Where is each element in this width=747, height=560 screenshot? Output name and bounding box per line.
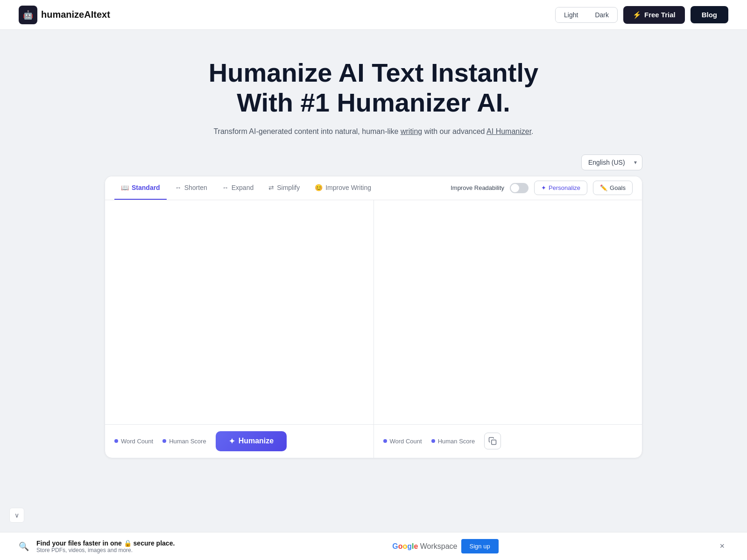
dark-theme-button[interactable]: Dark: [586, 7, 617, 22]
input-textarea[interactable]: [116, 211, 362, 413]
ad-search-icon: 🔍: [19, 541, 29, 552]
writing-link[interactable]: writing: [401, 127, 422, 135]
improve-writing-icon: 😊: [315, 184, 323, 191]
language-selector[interactable]: English (US) English (UK) Spanish French…: [581, 154, 642, 170]
humanize-button[interactable]: ✦ Humanize: [216, 431, 287, 451]
svg-rect-0: [492, 440, 496, 445]
output-human-score-dot: [431, 439, 435, 443]
input-human-score: Human Score: [162, 438, 206, 445]
lightning-icon: ⚡: [633, 11, 641, 19]
output-footer: Word Count Human Score: [374, 425, 642, 458]
shorten-icon: ↔: [175, 184, 182, 191]
hero-subtitle: Transform AI-generated content into natu…: [105, 127, 642, 136]
header: 🤖 humanizeAItext Light Dark ⚡ Free Trial…: [0, 0, 747, 30]
free-trial-button[interactable]: ⚡ Free Trial: [623, 6, 685, 24]
hero-section: Humanize AI Text Instantly With #1 Human…: [105, 58, 642, 136]
input-footer: Word Count Human Score ✦ Humanize: [105, 425, 374, 458]
ad-signup-button[interactable]: Sign up: [461, 539, 499, 553]
readability-toggle[interactable]: [510, 183, 529, 193]
output-pane: [374, 200, 642, 424]
scroll-chevron[interactable]: ∨: [9, 508, 24, 523]
output-stats: Word Count Human Score: [383, 438, 475, 445]
language-selector-wrap: English (US) English (UK) Spanish French…: [105, 154, 642, 170]
hero-title: Humanize AI Text Instantly With #1 Human…: [105, 58, 642, 118]
readability-label: Improve Readability: [451, 184, 504, 191]
input-word-count: Word Count: [114, 438, 153, 445]
human-score-dot: [162, 439, 166, 443]
input-pane: [105, 200, 374, 424]
personalize-icon: ✦: [541, 184, 546, 191]
google-logo: Google Workspace: [392, 542, 457, 551]
editor-tabs: 📖 Standard ↔ Shorten ↔ Expand ⇄ Simplify…: [105, 176, 642, 200]
goals-icon: ✏️: [600, 184, 607, 191]
word-count-dot: [114, 439, 118, 443]
tab-standard[interactable]: 📖 Standard: [114, 176, 167, 200]
output-word-count-dot: [383, 439, 387, 443]
simplify-icon: ⇄: [268, 184, 274, 191]
pane-footer: Word Count Human Score ✦ Humanize: [105, 424, 642, 458]
language-select-wrapper: English (US) English (UK) Spanish French…: [581, 154, 642, 170]
ad-close-button[interactable]: ×: [716, 539, 728, 553]
expand-icon: ↔: [222, 184, 229, 191]
logo-text: humanizeAItext: [41, 9, 110, 20]
theme-toggle: Light Dark: [555, 7, 618, 23]
input-stats: Word Count Human Score: [114, 438, 206, 445]
copy-button[interactable]: [484, 433, 501, 449]
humanize-icon: ✦: [229, 437, 235, 446]
ai-humanizer-link[interactable]: AI Humanizer: [486, 127, 531, 135]
output-word-count: Word Count: [383, 438, 422, 445]
copy-icon: [488, 437, 497, 445]
personalize-button[interactable]: ✦ Personalize: [534, 181, 587, 195]
ad-text-block: Find your files faster in one 🔒 secure p…: [36, 539, 175, 553]
chevron-down-icon: ∨: [14, 511, 19, 519]
tab-improve-writing[interactable]: 😊 Improve Writing: [308, 176, 378, 200]
ad-banner: 🔍 Find your files faster in one 🔒 secure…: [0, 532, 747, 560]
main-content: Humanize AI Text Instantly With #1 Human…: [93, 30, 654, 469]
output-textarea[interactable]: [385, 211, 631, 413]
ad-content: 🔍 Find your files faster in one 🔒 secure…: [19, 539, 175, 553]
ad-google-section: Google Workspace Sign up: [392, 539, 498, 553]
blog-button[interactable]: Blog: [691, 6, 728, 23]
logo-icon: 🤖: [19, 6, 37, 24]
logo-area: 🤖 humanizeAItext: [19, 6, 110, 24]
ad-subtitle: Store PDFs, videos, images and more.: [36, 547, 175, 553]
tab-expand[interactable]: ↔ Expand: [216, 176, 260, 200]
output-human-score: Human Score: [431, 438, 475, 445]
editor-body: [105, 200, 642, 424]
tabs-left: 📖 Standard ↔ Shorten ↔ Expand ⇄ Simplify…: [114, 176, 378, 200]
light-theme-button[interactable]: Light: [556, 7, 586, 22]
editor-card: 📖 Standard ↔ Shorten ↔ Expand ⇄ Simplify…: [105, 176, 642, 458]
standard-icon: 📖: [121, 184, 129, 191]
nav-right: Light Dark ⚡ Free Trial Blog: [555, 6, 728, 24]
goals-button[interactable]: ✏️ Goals: [593, 181, 633, 195]
tabs-right: Improve Readability ✦ Personalize ✏️ Goa…: [451, 181, 633, 195]
ad-title: Find your files faster in one 🔒 secure p…: [36, 539, 175, 547]
tab-shorten[interactable]: ↔ Shorten: [169, 176, 214, 200]
tab-simplify[interactable]: ⇄ Simplify: [262, 176, 306, 200]
